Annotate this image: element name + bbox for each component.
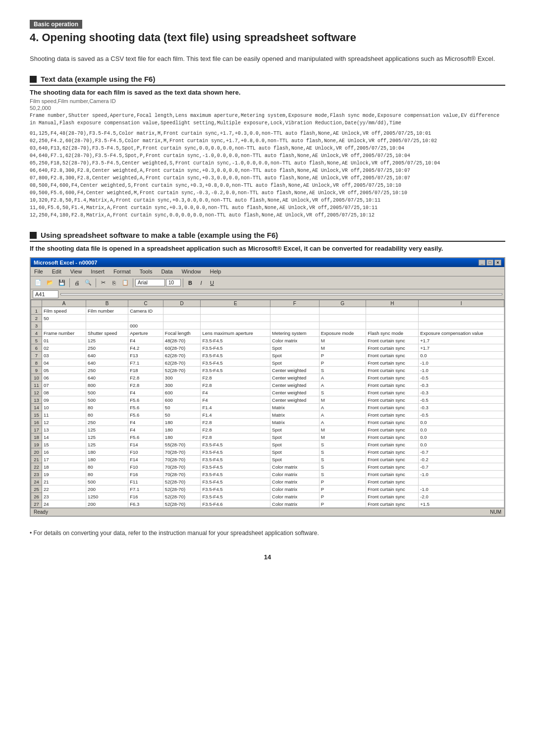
cell-r15-c9[interactable]: -0.5 <box>419 411 504 419</box>
cell-r4-c6[interactable]: Metering system <box>270 329 320 337</box>
cell-r2-c4[interactable] <box>163 315 201 322</box>
cell-r1-c5[interactable] <box>201 307 270 315</box>
cell-r3-c7[interactable] <box>319 322 366 329</box>
cell-r18-c7[interactable]: M <box>319 433 366 441</box>
cell-r14-c1[interactable]: 10 <box>42 404 86 411</box>
cell-r15-c2[interactable]: 80 <box>86 411 128 419</box>
cell-r17-c1[interactable]: 13 <box>42 426 86 433</box>
cell-r1-c1[interactable]: Film speed <box>42 307 86 315</box>
toolbar-new[interactable]: 📄 <box>33 278 44 288</box>
toolbar-italic[interactable]: I <box>196 278 206 288</box>
cell-r16-c9[interactable]: 0.0 <box>419 419 504 426</box>
cell-r8-c5[interactable]: F3.5-F4.5 <box>201 359 270 367</box>
cell-r9-c5[interactable]: F3.5-F4.5 <box>201 367 270 374</box>
cell-r20-c8[interactable]: Front curtain sync <box>366 448 419 456</box>
cell-r4-c2[interactable]: Shutter speed <box>86 329 128 337</box>
cell-r24-c3[interactable]: F11 <box>128 478 163 486</box>
cell-r26-c3[interactable]: F16 <box>128 493 163 500</box>
cell-r4-c1[interactable]: Frame number <box>42 329 86 337</box>
cell-r15-c6[interactable]: Matrix <box>270 411 320 419</box>
cell-r6-c3[interactable]: F4.2 <box>128 344 163 352</box>
cell-r21-c3[interactable]: F14 <box>128 456 163 463</box>
cell-r14-c3[interactable]: F5.6 <box>128 404 163 411</box>
cell-r21-c5[interactable]: F3.5-F4.5 <box>201 456 270 463</box>
cell-r26-c6[interactable]: Color matrix <box>270 493 320 500</box>
cell-r3-c8[interactable] <box>366 322 419 329</box>
cell-r22-c7[interactable]: S <box>319 463 366 471</box>
toolbar-open[interactable]: 📂 <box>45 278 55 288</box>
cell-r12-c8[interactable]: Front curtain sync <box>366 389 419 396</box>
cell-r23-c9[interactable]: -1.0 <box>419 471 504 478</box>
cell-r27-c8[interactable]: Front curtain sync <box>366 500 419 508</box>
cell-r16-c4[interactable]: 180 <box>163 419 201 426</box>
cell-r10-c7[interactable]: A <box>319 374 366 381</box>
menu-item-help[interactable]: Help <box>209 268 223 275</box>
toolbar-paste[interactable]: 📋 <box>120 278 131 288</box>
toolbar-preview[interactable]: 🔍 <box>83 278 94 288</box>
cell-r24-c6[interactable]: Color matrix <box>270 478 320 486</box>
cell-r22-c9[interactable]: -0.7 <box>419 463 504 471</box>
cell-r8-c4[interactable]: 62(28-70) <box>163 359 201 367</box>
cell-r1-c9[interactable] <box>419 307 504 315</box>
cell-r12-c7[interactable]: S <box>319 389 366 396</box>
cell-r13-c4[interactable]: 600 <box>163 396 201 404</box>
cell-r24-c8[interactable]: Front curtain sync <box>366 478 419 486</box>
cell-r27-c2[interactable]: 200 <box>86 500 128 508</box>
font-box[interactable]: Arial <box>135 279 165 286</box>
toolbar-print[interactable]: 🖨 <box>72 278 82 288</box>
cell-r11-c1[interactable]: 07 <box>42 381 86 389</box>
cell-r19-c9[interactable]: 0.0 <box>419 441 504 448</box>
cell-r20-c5[interactable]: F3.5-F4.5 <box>201 448 270 456</box>
cell-r21-c9[interactable]: -0.2 <box>419 456 504 463</box>
cell-r7-c8[interactable]: Front curtain sync <box>366 352 419 359</box>
cell-r6-c2[interactable]: 250 <box>86 344 128 352</box>
cell-r10-c8[interactable]: Front curtain sync <box>366 374 419 381</box>
cell-r24-c1[interactable]: 21 <box>42 478 86 486</box>
cell-r27-c6[interactable]: Color matrix <box>270 500 320 508</box>
cell-r26-c7[interactable]: P <box>319 493 366 500</box>
cell-r18-c3[interactable]: F5.6 <box>128 433 163 441</box>
cell-r13-c5[interactable]: F4 <box>201 396 270 404</box>
minimize-btn[interactable]: _ <box>479 260 485 266</box>
cell-r12-c6[interactable]: Center weighted <box>270 389 320 396</box>
cell-r26-c5[interactable]: F3.5-F4.5 <box>201 493 270 500</box>
cell-r23-c3[interactable]: F16 <box>128 471 163 478</box>
cell-r14-c7[interactable]: A <box>319 404 366 411</box>
cell-r3-c9[interactable] <box>419 322 504 329</box>
menu-item-format[interactable]: Format <box>112 268 132 275</box>
cell-r15-c1[interactable]: 11 <box>42 411 86 419</box>
cell-r20-c4[interactable]: 70(28-70) <box>163 448 201 456</box>
cell-r6-c4[interactable]: 60(28-70) <box>163 344 201 352</box>
toolbar-underline[interactable]: U <box>207 278 217 288</box>
cell-r4-c4[interactable]: Focal length <box>163 329 201 337</box>
cell-r13-c6[interactable]: Center weighted <box>270 396 320 404</box>
cell-r26-c9[interactable]: -2.0 <box>419 493 504 500</box>
cell-r25-c8[interactable]: Front curtain sync <box>366 486 419 493</box>
cell-r19-c3[interactable]: F14 <box>128 441 163 448</box>
cell-r16-c3[interactable]: F4 <box>128 419 163 426</box>
cell-r22-c5[interactable]: F3.5-F4.5 <box>201 463 270 471</box>
cell-r3-c1[interactable] <box>42 322 86 329</box>
cell-r7-c2[interactable]: 640 <box>86 352 128 359</box>
cell-r13-c2[interactable]: 500 <box>86 396 128 404</box>
cell-r7-c4[interactable]: 62(28-70) <box>163 352 201 359</box>
cell-r2-c6[interactable] <box>270 315 320 322</box>
cell-r13-c7[interactable]: M <box>319 396 366 404</box>
cell-r23-c6[interactable]: Color matrix <box>270 471 320 478</box>
cell-r27-c4[interactable]: 52(28-70) <box>163 500 201 508</box>
cell-r18-c1[interactable]: 14 <box>42 433 86 441</box>
cell-r15-c7[interactable]: A <box>319 411 366 419</box>
cell-r17-c6[interactable]: Spot <box>270 426 320 433</box>
cell-r25-c7[interactable]: P <box>319 486 366 493</box>
font-size-box[interactable]: 10 <box>166 279 181 286</box>
cell-r23-c2[interactable]: 80 <box>86 471 128 478</box>
cell-r24-c2[interactable]: 500 <box>86 478 128 486</box>
cell-r10-c2[interactable]: 640 <box>86 374 128 381</box>
cell-r11-c6[interactable]: Center weighted <box>270 381 320 389</box>
cell-r7-c3[interactable]: F13 <box>128 352 163 359</box>
menu-item-file[interactable]: File <box>33 268 45 275</box>
cell-r13-c3[interactable]: F5.6 <box>128 396 163 404</box>
cell-r10-c4[interactable]: 300 <box>163 374 201 381</box>
maximize-btn[interactable]: □ <box>486 260 493 266</box>
cell-r5-c2[interactable]: 125 <box>86 337 128 344</box>
